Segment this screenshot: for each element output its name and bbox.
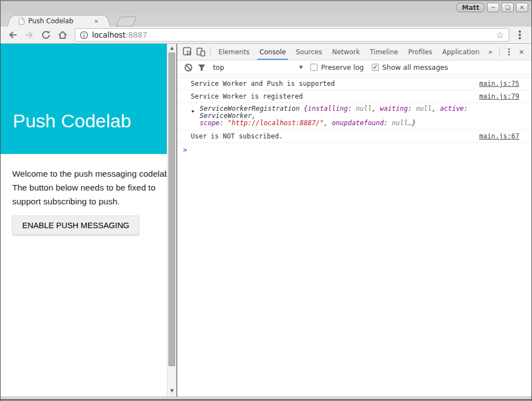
devtools-tab-list: ElementsConsoleSourcesNetworkTimelinePro… xyxy=(213,44,484,60)
close-button[interactable]: ✕ xyxy=(516,3,528,12)
inspect-element-icon[interactable] xyxy=(181,45,194,59)
address-bar[interactable]: localhost:8887 ☆ xyxy=(75,28,509,42)
filter-icon[interactable] xyxy=(195,61,208,74)
tab-strip: Push Codelab ✕ xyxy=(1,13,531,27)
clear-console-icon[interactable] xyxy=(182,61,195,74)
console-log: Service Worker and Push is supportedmain… xyxy=(177,75,531,397)
console-toolbar: top ▼ Preserve log ✓ Show all messages xyxy=(177,60,531,75)
show-all-messages-checkbox[interactable]: ✓ xyxy=(372,64,379,71)
devtools-menu-icon[interactable] xyxy=(503,48,515,55)
reload-button[interactable] xyxy=(38,28,54,42)
page-scrollbar[interactable]: ▲ ▼ xyxy=(167,44,176,397)
browser-window: Matt ─ ❏ ✕ Push Codelab ✕ xyxy=(0,0,532,401)
enable-push-button[interactable]: ENABLE PUSH MESSAGING xyxy=(12,215,139,235)
divider xyxy=(210,47,211,56)
execution-context-selector[interactable]: top ▼ xyxy=(213,63,303,71)
source-location-link[interactable]: main.js:75 xyxy=(479,79,519,88)
content-area: Push Codelab Welcome to the push messagi… xyxy=(1,44,531,397)
devtools-tab-network[interactable]: Network xyxy=(327,44,365,60)
console-message-text: User is NOT subscribed. xyxy=(191,132,473,141)
maximize-button[interactable]: ❏ xyxy=(502,3,514,12)
new-tab-button[interactable] xyxy=(116,17,137,27)
forward-button[interactable] xyxy=(22,28,37,42)
url-text[interactable]: localhost:8887 xyxy=(92,30,492,39)
preserve-log-option[interactable]: Preserve log xyxy=(310,63,364,71)
object-preview[interactable]: ServiceWorkerRegistration {installing: n… xyxy=(200,105,519,127)
devtools-tab-application[interactable]: Application xyxy=(437,44,484,60)
scrollbar-thumb[interactable] xyxy=(168,53,175,366)
devtools-tab-sources[interactable]: Sources xyxy=(291,44,327,60)
minimize-button[interactable]: ─ xyxy=(487,3,499,12)
devtools-panel: ElementsConsoleSourcesNetworkTimelinePro… xyxy=(177,44,531,397)
show-all-messages-option[interactable]: ✓ Show all messages xyxy=(372,63,448,71)
console-message-row: Service Worker and Push is supportedmain… xyxy=(177,77,531,90)
prompt-chevron-icon: > xyxy=(183,146,187,154)
page-paragraph: Welcome to the push messaging codelab. T… xyxy=(12,167,176,208)
scroll-down-icon[interactable]: ▼ xyxy=(167,388,176,393)
devtools-tab-console[interactable]: Console xyxy=(254,44,291,60)
bookmark-star-icon[interactable]: ☆ xyxy=(496,30,504,40)
browser-toolbar: localhost:8887 ☆ xyxy=(1,27,531,44)
devtools-tab-timeline[interactable]: Timeline xyxy=(365,44,403,60)
page-favicon-icon xyxy=(18,17,25,25)
console-message-text: Service Worker and Push is supported xyxy=(191,79,473,88)
scroll-up-icon[interactable]: ▲ xyxy=(167,45,176,50)
back-button[interactable] xyxy=(5,28,21,42)
devtools-close-icon[interactable]: ✕ xyxy=(515,48,528,56)
tab-close-icon[interactable]: ✕ xyxy=(93,18,100,24)
source-location-link[interactable]: main.js:67 xyxy=(479,132,519,141)
home-button[interactable] xyxy=(55,28,70,42)
web-page: Push Codelab Welcome to the push messagi… xyxy=(1,44,176,397)
devtools-tabbar: ElementsConsoleSourcesNetworkTimelinePro… xyxy=(177,44,531,60)
console-prompt[interactable]: > xyxy=(177,143,531,154)
devtools-tab-profiles[interactable]: Profiles xyxy=(403,44,437,60)
console-message-row: Service Worker is registeredmain.js:79 xyxy=(177,90,531,102)
source-location-link[interactable]: main.js:79 xyxy=(479,92,519,101)
window-titlebar: Matt ─ ❏ ✕ xyxy=(1,1,531,13)
console-message-text: Service Worker is registered xyxy=(191,92,473,101)
page-info-icon[interactable] xyxy=(80,31,88,39)
browser-tab[interactable]: Push Codelab ✕ xyxy=(15,15,103,27)
devtools-tab-elements[interactable]: Elements xyxy=(213,44,254,60)
window-title: Matt xyxy=(456,3,485,12)
more-tabs-icon[interactable]: » xyxy=(484,48,497,56)
divider xyxy=(499,47,500,56)
expand-triangle-icon[interactable]: ▶ xyxy=(192,107,195,115)
chrome-menu-icon[interactable] xyxy=(513,28,527,42)
console-message-row: User is NOT subscribed.main.js:67 xyxy=(177,130,531,143)
device-toolbar-icon[interactable] xyxy=(194,45,207,59)
chevron-down-icon: ▼ xyxy=(299,65,303,70)
page-title: Push Codelab xyxy=(13,110,131,132)
tab-title: Push Codelab xyxy=(28,17,89,25)
page-hero: Push Codelab xyxy=(1,44,176,154)
console-message-row: ▶ServiceWorkerRegistration {installing: … xyxy=(177,102,531,130)
window-bottom-border xyxy=(1,397,531,400)
preserve-log-checkbox[interactable] xyxy=(310,64,318,71)
